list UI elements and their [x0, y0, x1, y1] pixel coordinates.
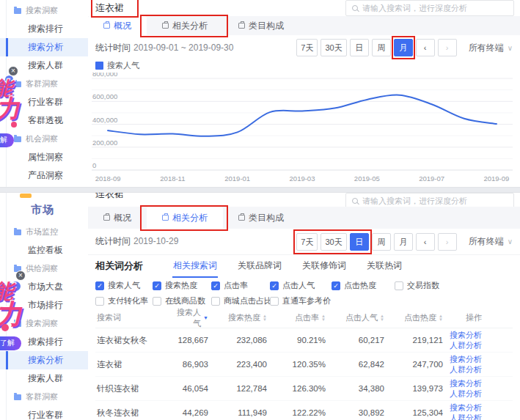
range-button[interactable]: 周 — [372, 39, 391, 56]
filter-checkbox[interactable]: 支付转化率 — [95, 295, 153, 306]
tab-label: 概况 — [114, 212, 131, 224]
word-type-tab[interactable]: 关联修饰词 — [301, 255, 347, 278]
range-button[interactable]: 日 — [350, 39, 369, 56]
cell-search-word[interactable]: 连衣裙女秋冬 — [97, 335, 170, 346]
search-analysis-link[interactable]: 搜索分析 — [450, 379, 482, 388]
range-button[interactable]: 7天 — [296, 39, 318, 56]
sidebar-item[interactable]: 市场监控 — [0, 223, 88, 241]
svg-text:2018-09: 2018-09 — [95, 174, 121, 183]
checkbox-icon[interactable] — [211, 297, 220, 306]
col-click-rate[interactable]: 点击率 — [267, 312, 326, 323]
cell-click-heat: 125,304 — [384, 408, 443, 417]
range-button[interactable]: 月 — [394, 39, 413, 56]
search-analysis-link[interactable]: 搜索分析 — [450, 331, 482, 340]
checkbox-icon[interactable] — [270, 281, 279, 290]
range-button[interactable]: 7天 — [296, 233, 318, 251]
filter-checkbox[interactable]: 点击率 — [211, 280, 270, 291]
col-search-popularity[interactable]: 搜索人气 — [170, 307, 208, 329]
svg-text:0: 0 — [92, 161, 96, 169]
filter-checkbox[interactable]: 在线商品数 — [153, 295, 211, 306]
cell-search-word[interactable]: 针织连衣裙 — [97, 383, 170, 394]
filter-checkbox[interactable]: 搜索人气 — [95, 280, 153, 291]
promo-yellow-sliver — [20, 194, 32, 198]
checkbox-icon[interactable] — [95, 297, 104, 306]
terminal-dropdown[interactable]: 所有终端 ∨ — [469, 42, 513, 54]
promo-badge[interactable]: 了解 — [0, 336, 21, 350]
sidebar-item[interactable]: 产品洞察 — [0, 166, 88, 185]
col-search-heat[interactable]: 搜索热度 — [208, 312, 267, 323]
keyword-title: 连衣裙 — [95, 1, 124, 15]
search-input[interactable]: 请输入搜索词，进行深度分析 — [345, 0, 514, 16]
sidebar-item[interactable]: 监控看板 — [0, 241, 88, 259]
crowd-analysis-link[interactable]: 人群分析 — [450, 365, 482, 375]
col-click-popularity[interactable]: 点击人气 — [326, 312, 384, 323]
checkbox-icon[interactable] — [395, 281, 403, 290]
next-button[interactable]: › — [438, 39, 457, 56]
checkbox-icon[interactable] — [153, 297, 161, 306]
sidebar-item[interactable]: 属性洞察 — [0, 148, 88, 166]
prev-button[interactable]: ‹ — [416, 39, 435, 56]
sidebar-item-label: 属性洞察 — [28, 151, 63, 163]
checkbox-icon[interactable] — [211, 281, 220, 290]
filter-checkbox[interactable]: 点击热度 — [332, 280, 395, 291]
panel-tab[interactable]: 概况 — [88, 207, 147, 229]
search-analysis-link[interactable]: 搜索分析 — [450, 355, 482, 364]
checkbox-icon[interactable] — [332, 281, 340, 290]
sidebar-item-label: 市场排行 — [28, 299, 63, 312]
panel-tab[interactable]: 类目构成 — [223, 207, 299, 229]
checkbox-icon[interactable] — [153, 281, 161, 290]
filter-checkbox[interactable]: 商城点击占比 — [211, 295, 270, 306]
word-type-tab[interactable]: 关联品牌词 — [237, 255, 282, 278]
trend-chart-svg: 0200,000400,000600,000800,0002018-092018… — [92, 73, 516, 184]
word-type-tab[interactable]: 关联热词 — [366, 255, 403, 278]
cell-search-word[interactable]: 连衣裙 — [97, 359, 170, 370]
cell-search-heat: 223,400 — [208, 360, 267, 369]
title-row: 连衣裙 请输入搜索词，进行深度分析 — [88, 193, 520, 207]
checkbox-icon[interactable] — [95, 281, 104, 290]
sidebar-item[interactable]: 客群洞察 — [0, 75, 88, 93]
close-icon[interactable]: × — [8, 66, 18, 76]
table-row: 针织连衣裙 46,054 122,784 126.30% 34,380 139,… — [95, 377, 513, 401]
range-button[interactable]: 30天 — [321, 233, 346, 251]
search-placeholder: 请输入搜索词，进行深度分析 — [362, 3, 467, 14]
range-button[interactable]: 30天 — [321, 39, 346, 56]
panel-tab[interactable]: 相关分析 — [147, 207, 223, 229]
sidebar-item[interactable]: 客群洞察 — [0, 388, 88, 406]
sidebar-item[interactable]: 行业客群 — [0, 406, 88, 420]
panel-tab[interactable]: 类目构成 — [223, 16, 299, 35]
cell-search-word[interactable]: 秋冬连衣裙 — [97, 408, 170, 419]
sort-desc-icon[interactable] — [203, 315, 208, 320]
checkbox-icon[interactable] — [270, 297, 279, 306]
crowd-analysis-link[interactable]: 人群分析 — [450, 413, 482, 420]
range-button[interactable]: 日 — [350, 233, 369, 251]
filter-checkbox[interactable]: 搜索热度 — [153, 280, 211, 291]
sidebar-item[interactable]: 搜索排行 — [0, 20, 88, 38]
metric-filters: 搜索人气 搜索热度 点击率 点击人气 — [88, 277, 520, 308]
stat-time-label: 统计时间 — [95, 236, 131, 246]
filter-checkbox[interactable]: 直通车参考价 — [270, 295, 332, 306]
col-click-heat[interactable]: 点击热度 — [384, 312, 443, 323]
close-icon[interactable]: × — [15, 270, 26, 281]
sidebar-item[interactable]: 搜索洞察 — [0, 1, 88, 20]
filter-checkbox[interactable]: 交易指数 — [395, 280, 520, 291]
prev-button[interactable]: ‹ — [416, 233, 435, 251]
promo-badge[interactable]: 解 — [0, 133, 14, 147]
crowd-analysis-link[interactable]: 人群分析 — [450, 389, 482, 399]
crowd-analysis-link[interactable]: 人群分析 — [450, 341, 482, 350]
filter-checkbox[interactable]: 点击人气 — [270, 280, 332, 291]
sidebar-item-label: 客群洞察 — [26, 78, 58, 89]
terminal-dropdown[interactable]: 所有终端 ∨ — [469, 235, 513, 248]
range-button[interactable]: 月 — [394, 233, 413, 251]
cell-click-popularity: 60,217 — [326, 336, 384, 345]
word-type-tab[interactable]: 相关搜索词 — [172, 255, 218, 278]
sidebar-item[interactable]: 搜索分析 — [0, 38, 88, 56]
panel-tab[interactable]: 相关分析 — [147, 16, 223, 35]
range-button[interactable]: 周 — [372, 233, 391, 251]
sidebar-item[interactable]: 搜索人群 — [0, 369, 88, 388]
sidebar-item[interactable]: 供给洞察 — [0, 259, 88, 278]
next-button[interactable]: › — [438, 233, 457, 251]
panel-tab[interactable]: 概况 — [88, 16, 147, 35]
search-analysis-link[interactable]: 搜索分析 — [450, 403, 482, 413]
sidebar-item[interactable]: 搜索分析 — [0, 351, 88, 369]
col-actions: 操作 — [443, 312, 513, 323]
